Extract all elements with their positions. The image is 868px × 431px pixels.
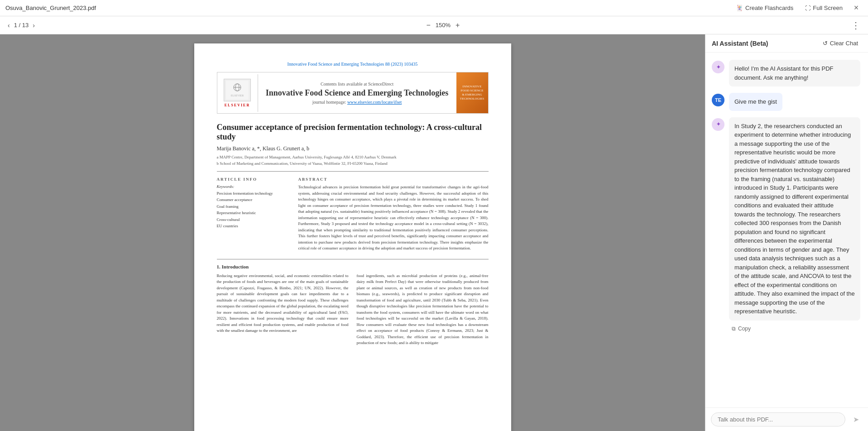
elsevier-logo: ELSEVIER ELSEVIER (217, 74, 258, 112)
pdf-viewer[interactable]: Innovative Food Science and Emerging Tec… (0, 34, 705, 431)
keyword-6: EU countries (217, 223, 289, 229)
article-info: ARTICLE INFO Keywords: Precision ferment… (217, 177, 289, 252)
ai-assistant-panel: AI Assistant (Beta) ↺ Clear Chat ✦ Hello… (705, 34, 868, 431)
toolbar-right: ⋮ (849, 19, 863, 32)
zoom-controls: − 150% + (40, 20, 846, 30)
flashcard-icon: 🃏 (736, 5, 743, 11)
copy-button[interactable]: ⧉ Copy (729, 324, 753, 333)
full-screen-button[interactable]: ⛶ Full Screen (801, 3, 847, 13)
close-button[interactable]: × (850, 2, 863, 14)
divider-2 (217, 259, 489, 259)
filename-label: Osuva_Banovic_Grunert_2023.pdf (5, 5, 96, 11)
zoom-in-button[interactable]: + (453, 20, 462, 30)
elsevier-text: ELSEVIER (225, 103, 250, 107)
chat-message-1: ✦ Hello! I'm the AI Assistant for this P… (712, 60, 862, 86)
zoom-level-label: 150% (436, 22, 451, 29)
ai-panel-header: AI Assistant (Beta) ↺ Clear Chat (705, 34, 868, 53)
chat-input-area: ➤ (705, 407, 868, 431)
refresh-icon: ↺ (823, 40, 828, 47)
contents-label: Contents lists available at ScienceDirec… (265, 81, 449, 86)
abstract-title: ABSTRACT (298, 177, 489, 182)
chat-input[interactable] (711, 412, 845, 426)
keyword-4: Representative heuristic (217, 210, 289, 216)
keywords-label: Keywords: (217, 184, 289, 189)
affiliation-b: b School of Marketing and Communication,… (217, 161, 489, 166)
send-icon: ➤ (853, 415, 859, 424)
article-info-title: ARTICLE INFO (217, 177, 289, 182)
ai-panel-title: AI Assistant (Beta) (712, 39, 768, 48)
chat-bubble-2: Give me the gist (729, 93, 782, 111)
chat-message-3: ✦ In Study 2, the researchers conducted … (712, 117, 862, 333)
main-area: Innovative Food Science and Emerging Tec… (0, 34, 868, 431)
section-1-title: 1. Introduction (217, 264, 489, 269)
intro-col-2: food ingredients, such as microbial prod… (357, 273, 489, 346)
chat-messages: ✦ Hello! I'm the AI Assistant for this P… (705, 53, 868, 407)
clear-chat-button[interactable]: ↺ Clear Chat (819, 38, 862, 48)
journal-title: Innovative Food Science and Emerging Tec… (265, 88, 449, 98)
keyword-3: Goal framing (217, 203, 289, 210)
intro-col-1: Reducing negative environmental, social,… (217, 273, 349, 346)
journal-website: journal homepage: www.elsevier.com/locat… (265, 100, 449, 105)
fullscreen-icon: ⛶ (805, 5, 810, 11)
keyword-1: Precision fermentation technology (217, 190, 289, 196)
article-body: ARTICLE INFO Keywords: Precision ferment… (217, 177, 489, 252)
user-avatar: TE (712, 94, 724, 106)
keyword-5: Cross-cultural (217, 216, 289, 223)
top-bar: Osuva_Banovic_Grunert_2023.pdf 🃏 Create … (0, 0, 868, 16)
chat-bubble-3: In Study 2, the researchers conducted an… (729, 117, 860, 321)
journal-title-area: Contents lists available at ScienceDirec… (258, 77, 456, 109)
intro-columns: Reducing negative environmental, social,… (217, 273, 489, 346)
journal-ref: Innovative Food Science and Emerging Tec… (217, 62, 489, 67)
journal-cover: INNOVATIVEFOOD SCIENCE& EMERGINGTECHNOLO… (456, 72, 488, 113)
svg-text:ELSEVIER: ELSEVIER (231, 94, 244, 97)
abstract-area: ABSTRACT Technological advances in preci… (298, 177, 489, 252)
divider-1 (217, 171, 489, 172)
journal-cover-text: INNOVATIVEFOOD SCIENCE& EMERGINGTECHNOLO… (458, 83, 486, 103)
pdf-toolbar: ‹ 1 / 13 › − 150% + ⋮ (0, 16, 868, 34)
page-info: 1 / 13 (14, 22, 29, 29)
affiliation-a: a MAPP Centre, Department of Management,… (217, 155, 489, 159)
create-flashcards-button[interactable]: 🃏 Create Flashcards (731, 3, 798, 13)
chat-message-2: TE Give me the gist (712, 93, 862, 111)
next-page-button[interactable]: › (30, 21, 37, 30)
chat-bubble-1: Hello! I'm the AI Assistant for this PDF… (729, 60, 860, 86)
top-bar-right: 🃏 Create Flashcards ⛶ Full Screen × (731, 2, 863, 14)
zoom-out-button[interactable]: − (424, 20, 432, 30)
paper-title: Consumer acceptance of precision ferment… (217, 123, 489, 142)
keyword-2: Consumer acceptance (217, 196, 289, 203)
more-options-button[interactable]: ⋮ (849, 19, 863, 32)
journal-url[interactable]: www.elsevier.com/locate/ifset (347, 100, 402, 105)
pdf-page: Innovative Food Science and Emerging Tec… (194, 43, 511, 431)
copy-icon: ⧉ (732, 326, 736, 332)
paper-authors: Marija Banovic a, *, Klaus G. Grunert a,… (217, 145, 489, 152)
journal-header-box: ELSEVIER ELSEVIER Contents lists availab… (217, 72, 489, 114)
elsevier-logo-image: ELSEVIER (224, 79, 251, 101)
top-bar-left: Osuva_Banovic_Grunert_2023.pdf (5, 5, 96, 11)
send-button[interactable]: ➤ (849, 413, 863, 426)
abstract-text: Technological advances in precision ferm… (298, 184, 489, 252)
copy-area: In Study 2, the researchers conducted an… (729, 117, 860, 333)
page-navigation: ‹ 1 / 13 › (5, 21, 37, 30)
prev-page-button[interactable]: ‹ (5, 21, 12, 30)
ai-avatar-1: ✦ (712, 61, 724, 73)
ai-avatar-2: ✦ (712, 118, 724, 131)
